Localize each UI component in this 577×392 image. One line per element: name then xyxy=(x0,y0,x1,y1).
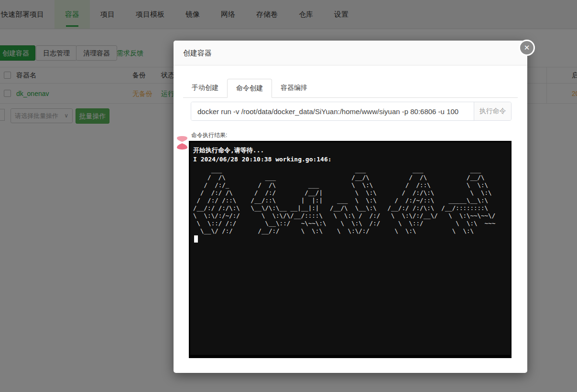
modal-tabs: 手动创建 命令创建 容器编排 xyxy=(183,79,518,98)
terminal-cursor xyxy=(194,235,198,243)
tab-compose[interactable]: 容器编排 xyxy=(272,79,316,97)
modal-title: 创建容器 xyxy=(174,41,527,65)
command-input-group: 执行命令 xyxy=(191,102,512,121)
tab-command-create[interactable]: 命令创建 xyxy=(227,79,272,98)
terminal-log-lines: 开始执行命令,请等待... I 2024/06/28 20:10:38 work… xyxy=(193,146,510,164)
loading-hourglass-icon xyxy=(175,134,189,151)
terminal-ascii-banner: ___ ___ ___ ___ / /\ ___ /__/\ / /\ /__/… xyxy=(193,166,510,235)
modal-close-icon[interactable]: ✕ xyxy=(519,40,535,56)
run-command-button[interactable]: 执行命令 xyxy=(474,102,511,120)
docker-command-input[interactable] xyxy=(191,102,474,120)
command-result-label: 命令执行结果: xyxy=(191,131,227,139)
create-container-modal: 创建容器 手动创建 命令创建 容器编排 执行命令 命令执行结果: 开始执行命令,… xyxy=(174,41,527,373)
tab-manual-create[interactable]: 手动创建 xyxy=(183,79,227,97)
terminal-output[interactable]: 开始执行命令,请等待... I 2024/06/28 20:10:38 work… xyxy=(189,141,512,358)
